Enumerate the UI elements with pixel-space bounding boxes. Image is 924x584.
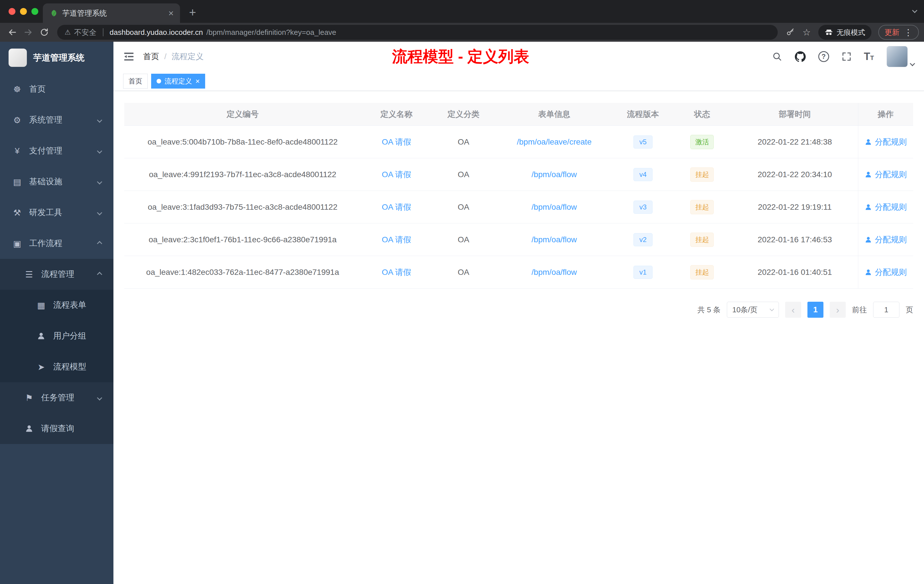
form-info-link[interactable]: /bpm/oa/flow <box>531 203 577 212</box>
tab-search-icon[interactable] <box>912 8 917 13</box>
page-number-button[interactable]: 1 <box>807 302 823 318</box>
form-info-link[interactable]: /bpm/oa/leave/create <box>517 137 592 147</box>
deploy-time: 2022-01-22 21:48:38 <box>732 126 858 158</box>
definition-name-link[interactable]: OA 请假 <box>382 234 411 245</box>
definition-id: oa_leave:3:1fad3d93-7b75-11ec-a3c8-acde4… <box>124 191 361 223</box>
goto-page-input[interactable] <box>873 302 899 318</box>
reload-button[interactable] <box>37 25 51 40</box>
user-icon <box>865 236 872 243</box>
yen-icon: ¥ <box>12 146 22 156</box>
browser-menu-icon[interactable]: ⋮ <box>904 27 912 38</box>
forward-button[interactable] <box>21 25 35 40</box>
infrastructure-icon: ▤ <box>12 177 22 187</box>
actions-cell: 分配规则 <box>858 126 913 158</box>
sidebar: 芋道管理系统 ☸首页⚙系统管理¥支付管理▤基础设施⚒研发工具▣工作流程☰流程管理… <box>0 42 114 584</box>
minimize-window-button[interactable] <box>20 8 27 15</box>
close-window-button[interactable] <box>8 8 15 15</box>
sidebar-item-1[interactable]: ⚙系统管理 <box>0 105 114 135</box>
assign-rule-link[interactable]: 分配规则 <box>865 137 907 147</box>
definition-category: OA <box>432 256 495 288</box>
breadcrumb-item-1: 流程定义 <box>172 51 204 62</box>
fullscreen-icon[interactable] <box>842 52 851 61</box>
new-tab-button[interactable]: + <box>185 5 201 21</box>
definition-id: oa_leave:4:991f2193-7b7f-11ec-a3c8-acde4… <box>124 158 361 191</box>
url-host: dashboard.yudao.iocoder.cn <box>110 28 203 37</box>
chevron-up-icon <box>97 241 102 246</box>
form-info-link[interactable]: /bpm/oa/flow <box>531 268 577 277</box>
version-tag: v2 <box>634 233 653 246</box>
version-tag: v5 <box>634 135 653 148</box>
page-size-select[interactable]: 10条/页 <box>727 302 779 318</box>
browser-tab[interactable]: 芋道管理系统 × <box>43 3 180 23</box>
assign-rule-label: 分配规则 <box>875 137 907 147</box>
definition-name-link[interactable]: OA 请假 <box>382 169 411 180</box>
column-header-2: 定义分类 <box>432 103 495 125</box>
definition-id: oa_leave:5:004b710b-7b8a-11ec-8ef0-acde4… <box>124 126 361 158</box>
search-icon[interactable] <box>772 51 782 62</box>
sidebar-item-2[interactable]: ¥支付管理 <box>0 135 114 166</box>
chevron-down-icon <box>97 117 102 122</box>
sidebar-item-3[interactable]: ▤基础设施 <box>0 166 114 197</box>
definition-name-cell: OA 请假 <box>361 158 432 191</box>
incognito-icon <box>825 28 833 36</box>
update-browser-button[interactable]: 更新 ⋮ <box>878 25 919 40</box>
assign-rule-link[interactable]: 分配规则 <box>865 234 907 245</box>
user-avatar[interactable] <box>886 46 914 67</box>
form-info-link[interactable]: /bpm/oa/flow <box>531 235 577 244</box>
definition-name-link[interactable]: OA 请假 <box>382 267 411 278</box>
font-size-icon[interactable]: TT <box>864 51 874 63</box>
sidebar-item-label: 流程表单 <box>53 299 86 311</box>
tag-0[interactable]: 首页 <box>123 74 148 89</box>
navbar-actions: ? TT <box>772 46 914 67</box>
address-bar[interactable]: ⚠ 不安全 dashboard.yudao.iocoder.cn/bpm/man… <box>57 25 778 40</box>
definition-name-link[interactable]: OA 请假 <box>382 137 411 147</box>
form-info-cell: /bpm/oa/flow <box>495 191 614 223</box>
column-header-5: 状态 <box>673 103 732 125</box>
prev-page-button[interactable]: ‹ <box>785 302 801 318</box>
devtools-icon: ⚒ <box>12 208 22 218</box>
sidebar-item-label: 基础设施 <box>29 176 62 187</box>
select-caret-down-icon <box>770 307 774 311</box>
assign-rule-link[interactable]: 分配规则 <box>865 267 907 278</box>
tag-1[interactable]: 流程定义× <box>151 74 205 89</box>
sidebar-item-11[interactable]: 请假查询 <box>0 413 114 444</box>
task-icon: ⚑ <box>24 393 34 403</box>
actions-cell: 分配规则 <box>858 191 913 223</box>
definition-name-link[interactable]: OA 请假 <box>382 202 411 213</box>
sidebar-toggle-hamburger-icon[interactable] <box>123 51 135 62</box>
sidebar-item-10[interactable]: ⚑任务管理 <box>0 382 114 413</box>
sidebar-item-0[interactable]: ☸首页 <box>0 74 114 105</box>
back-button[interactable] <box>5 25 20 40</box>
sidebar-item-7[interactable]: ▦流程表单 <box>0 290 114 320</box>
definition-category: OA <box>432 158 495 191</box>
password-key-icon[interactable] <box>784 25 798 40</box>
actions-cell: 分配规则 <box>858 256 913 288</box>
sidebar-item-4[interactable]: ⚒研发工具 <box>0 197 114 228</box>
breadcrumb-separator: / <box>164 52 167 61</box>
sidebar-item-label: 支付管理 <box>29 145 62 157</box>
table-row: oa_leave:4:991f2193-7b7f-11ec-a3c8-acde4… <box>124 158 913 191</box>
column-header-4: 流程版本 <box>614 103 673 125</box>
next-page-button[interactable]: › <box>830 302 846 318</box>
deploy-time: 2022-01-16 01:40:51 <box>732 256 858 288</box>
sidebar-item-5[interactable]: ▣工作流程 <box>0 228 114 259</box>
sidebar-item-6[interactable]: ☰流程管理 <box>0 259 114 290</box>
process-version-cell: v4 <box>614 158 673 191</box>
assign-rule-link[interactable]: 分配规则 <box>865 202 907 213</box>
bookmark-star-icon[interactable]: ☆ <box>799 25 814 40</box>
github-icon[interactable] <box>795 51 806 62</box>
maximize-window-button[interactable] <box>31 8 38 15</box>
process-version-cell: v3 <box>614 191 673 223</box>
sidebar-item-8[interactable]: 用户分组 <box>0 320 114 351</box>
definition-id: oa_leave:1:482ec033-762a-11ec-8477-a2380… <box>124 256 361 288</box>
tab-close-icon[interactable]: × <box>168 8 174 18</box>
tag-close-icon[interactable]: × <box>195 78 200 85</box>
form-info-link[interactable]: /bpm/oa/flow <box>531 170 577 179</box>
help-icon[interactable]: ? <box>818 51 829 62</box>
assign-rule-link[interactable]: 分配规则 <box>865 169 907 180</box>
actions-cell: 分配规则 <box>858 223 913 256</box>
breadcrumb-item-0[interactable]: 首页 <box>143 51 159 62</box>
version-tag: v3 <box>634 201 653 214</box>
page-title-annotation: 流程模型 - 定义列表 <box>392 46 529 67</box>
sidebar-item-9[interactable]: ➤流程模型 <box>0 351 114 382</box>
